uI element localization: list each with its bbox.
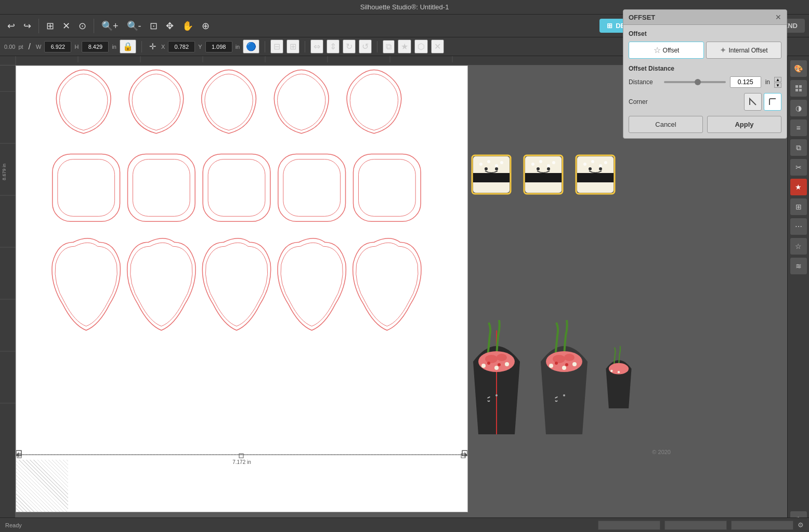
cube-button[interactable]: ⬡ [414,39,428,54]
redo-button[interactable]: ↪ [20,18,34,34]
svg-point-84 [618,371,620,373]
corner-buttons [744,93,781,111]
svg-point-49 [547,164,550,167]
arrange-button[interactable]: ⧉ [383,40,395,54]
offset-tab-offset[interactable]: ☆ Offset [629,42,704,59]
svg-point-60 [589,167,592,170]
svg-point-51 [537,167,540,170]
maki-sushi-2 [520,146,567,198]
svg-point-47 [531,163,534,166]
zoom-control[interactable] [598,521,660,530]
svg-point-80 [565,363,568,366]
tb-separator-2 [265,41,265,52]
distance-slider[interactable] [664,81,726,83]
svg-rect-86 [799,85,802,88]
svg-point-66 [497,354,507,361]
svg-rect-87 [795,89,798,91]
svg-point-43 [495,167,498,170]
x-input[interactable] [168,41,195,52]
w-input[interactable] [44,41,71,52]
temaki-3 [603,320,634,434]
align-button[interactable]: ⊟ [270,39,283,54]
offset-section-title: Offset [629,30,781,37]
ungroup-button[interactable]: ✕ [59,18,73,34]
distance-slider-thumb [695,79,701,85]
group-button[interactable]: ⊞ [43,18,57,34]
sidebar-scissors-btn[interactable]: ✂ [790,159,807,176]
svg-point-61 [599,167,602,170]
sidebar-gradient-btn[interactable]: ≋ [790,258,807,274]
page-control[interactable] [731,521,793,530]
sidebar-dots-btn[interactable]: ⋯ [790,218,807,235]
svg-rect-32 [17,454,21,458]
svg-rect-37 [473,173,510,182]
tb-separator-3 [305,41,305,52]
offset-tab-internal[interactable]: ✦ Internal Offset [706,42,781,59]
svg-point-52 [547,167,550,170]
panel-actions: Cancel Apply [629,116,781,133]
corner-round-button[interactable] [764,93,781,111]
distribute-button[interactable]: ⊞ [286,39,299,54]
y-input[interactable] [205,41,232,52]
zoom-in-button[interactable]: 🔍+ [98,18,122,34]
design-canvas[interactable]: 7.172 in [16,65,468,512]
flip-h-button[interactable]: ⇔ [310,39,323,54]
distance-down[interactable]: ▼ [774,83,781,88]
cancel-button[interactable]: Cancel [629,116,703,133]
svg-point-58 [599,164,602,167]
nav-separator-2 [94,19,94,33]
svg-point-75 [564,354,575,361]
cut-lines-svg [16,66,467,512]
sidebar-lines-btn[interactable]: ≡ [790,119,807,136]
svg-point-69 [505,362,509,366]
offset-distance-title: Offset Distance [629,65,781,72]
svg-rect-33 [461,454,465,458]
rotate-cw-button[interactable]: ↻ [343,39,356,54]
distance-spinners: ▲ ▼ [774,77,781,88]
svg-rect-23 [354,154,421,222]
corner-label: Corner [629,98,740,105]
distance-up[interactable]: ▲ [774,77,781,82]
sidebar-palette-btn[interactable]: 🎨 [790,60,807,77]
zoom-fit-button[interactable]: ⊡ [147,18,161,34]
flip-v-button[interactable]: ⇕ [327,39,340,54]
svg-point-71 [498,363,501,366]
stroke-value: 0.00 [4,44,15,50]
scroll-control[interactable] [664,521,727,530]
w-label: W [36,44,41,50]
distance-label: Distance [629,78,660,86]
zoom-out-button[interactable]: 🔍- [124,18,145,34]
apply-button[interactable]: Apply [707,116,781,133]
h-input[interactable] [82,41,109,52]
move-button[interactable]: ✥ [163,18,177,34]
add-button[interactable]: ⊕ [199,18,213,34]
hatch-pattern [16,460,68,512]
lock-position-button[interactable]: 🔵 [243,39,259,54]
settings-gear-btn[interactable]: ⚙ [798,521,804,529]
svg-point-48 [539,160,542,163]
h-label: H [74,44,79,50]
undo-button[interactable]: ↩ [4,18,18,34]
internal-tab-icon: ✦ [720,45,726,55]
distance-input[interactable] [730,76,761,88]
offset-panel-header: OFFSET ✕ [623,10,787,25]
sidebar-pix-btn[interactable] [790,80,807,97]
svg-point-74 [553,355,565,363]
offset-tabs: ☆ Offset ✦ Internal Offset [629,42,781,59]
transform-button[interactable]: ⊙ [75,18,89,34]
star-toolbar-button[interactable]: ★ [398,39,411,54]
sidebar-contrast-btn[interactable]: ◑ [790,100,807,116]
svg-point-72 [495,394,498,396]
sidebar-layers-btn[interactable]: ⊞ [790,198,807,215]
nav-separator-1 [38,19,39,33]
rotate-ccw-button[interactable]: ↺ [359,39,372,54]
sidebar-star-btn[interactable]: ★ [790,179,807,195]
pan-button[interactable]: ✋ [179,18,197,34]
offset-panel-close[interactable]: ✕ [775,13,781,21]
sidebar-outline-star-btn[interactable]: ☆ [790,238,807,255]
svg-point-56 [583,163,586,166]
sidebar-copy-btn[interactable]: ⧉ [790,139,807,156]
close-toolbar-button[interactable]: ✕ [431,39,444,54]
corner-sharp-button[interactable] [744,93,762,111]
lock-ratio-button[interactable]: 🔒 [120,39,136,54]
